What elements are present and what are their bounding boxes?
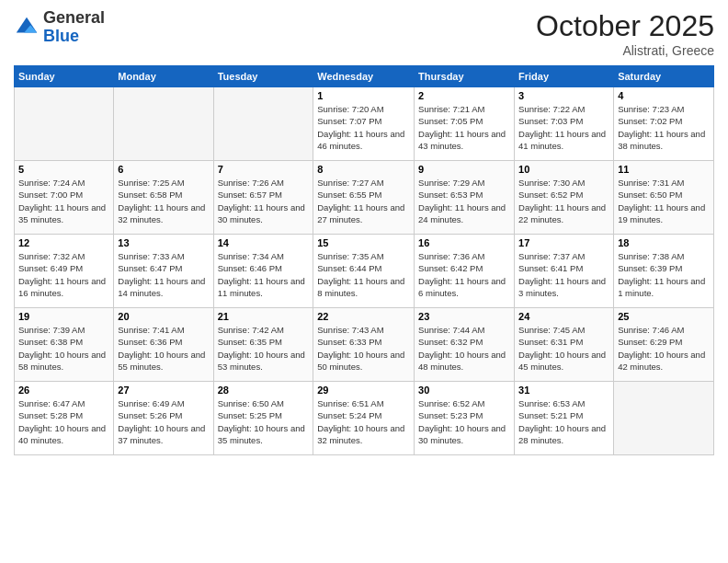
sunset-text: Sunset: 6:41 PM [518,263,583,273]
daylight-text: Daylight: 11 hours and 1 minute. [618,276,705,298]
sunrise-text: Sunrise: 7:33 AM [118,251,184,261]
sunset-text: Sunset: 6:33 PM [317,337,381,347]
daylight-text: Daylight: 11 hours and 19 minutes. [618,202,705,224]
day-number: 23 [418,311,510,322]
day-info: Sunrise: 7:37 AMSunset: 6:41 PMDaylight:… [518,250,609,299]
sunrise-text: Sunrise: 6:47 AM [18,398,85,408]
sunset-text: Sunset: 5:21 PM [518,410,583,420]
calendar-week-row: 5Sunrise: 7:24 AMSunset: 7:00 PMDaylight… [15,161,714,235]
daylight-text: Daylight: 11 hours and 3 minutes. [518,276,606,298]
sunset-text: Sunset: 7:03 PM [518,116,583,126]
day-info: Sunrise: 7:44 AMSunset: 6:32 PMDaylight:… [418,324,510,373]
sunrise-text: Sunrise: 7:42 AM [218,325,284,335]
daylight-text: Daylight: 11 hours and 41 minutes. [518,129,606,151]
daylight-text: Daylight: 11 hours and 14 minutes. [118,276,205,298]
logo-blue: Blue [43,27,79,45]
sunrise-text: Sunrise: 6:52 AM [418,398,484,408]
day-number: 13 [118,237,209,248]
daylight-text: Daylight: 11 hours and 43 minutes. [418,129,506,151]
calendar-header-row: Sunday Monday Tuesday Wednesday Thursday… [15,66,714,87]
table-row: 9Sunrise: 7:29 AMSunset: 6:53 PMDaylight… [415,161,515,235]
day-info: Sunrise: 7:46 AMSunset: 6:29 PMDaylight:… [618,324,710,373]
table-row: 21Sunrise: 7:42 AMSunset: 6:35 PMDayligh… [213,308,313,382]
sunrise-text: Sunrise: 7:22 AM [518,104,585,114]
sunset-text: Sunset: 6:50 PM [618,190,682,200]
sunrise-text: Sunrise: 7:24 AM [18,178,85,188]
day-info: Sunrise: 7:43 AMSunset: 6:33 PMDaylight:… [317,324,410,373]
sunset-text: Sunset: 6:49 PM [18,263,83,273]
sunrise-text: Sunrise: 7:30 AM [518,178,585,188]
table-row: 28Sunrise: 6:50 AMSunset: 5:25 PMDayligh… [213,382,313,455]
sunset-text: Sunset: 6:53 PM [418,190,483,200]
daylight-text: Daylight: 10 hours and 58 minutes. [18,350,106,372]
day-number: 16 [418,237,510,248]
day-info: Sunrise: 7:20 AMSunset: 7:07 PMDaylight:… [317,103,410,152]
col-tuesday: Tuesday [213,66,313,87]
day-info: Sunrise: 6:50 AMSunset: 5:25 PMDaylight:… [218,397,310,446]
table-row: 15Sunrise: 7:35 AMSunset: 6:44 PMDayligh… [313,235,415,308]
table-row: 22Sunrise: 7:43 AMSunset: 6:33 PMDayligh… [313,308,415,382]
sunset-text: Sunset: 6:47 PM [118,263,182,273]
sunrise-text: Sunrise: 7:23 AM [618,104,684,114]
day-number: 14 [218,237,310,248]
day-info: Sunrise: 7:36 AMSunset: 6:42 PMDaylight:… [418,250,510,299]
sunrise-text: Sunrise: 7:36 AM [418,251,484,261]
day-info: Sunrise: 7:21 AMSunset: 7:05 PMDaylight:… [418,103,510,152]
day-number: 1 [317,90,410,101]
header: General Blue October 2025 Alistrati, Gre… [14,9,714,58]
day-number: 17 [518,237,609,248]
calendar-week-row: 19Sunrise: 7:39 AMSunset: 6:38 PMDayligh… [15,308,714,382]
sunrise-text: Sunrise: 7:46 AM [618,325,684,335]
table-row: 20Sunrise: 7:41 AMSunset: 6:36 PMDayligh… [114,308,213,382]
day-info: Sunrise: 6:51 AMSunset: 5:24 PMDaylight:… [317,397,410,446]
daylight-text: Daylight: 11 hours and 8 minutes. [317,276,404,298]
logo-icon [14,15,40,40]
table-row: 10Sunrise: 7:30 AMSunset: 6:52 PMDayligh… [515,161,614,235]
sunrise-text: Sunrise: 7:39 AM [18,325,85,335]
daylight-text: Daylight: 10 hours and 48 minutes. [418,350,506,372]
day-info: Sunrise: 7:25 AMSunset: 6:58 PMDaylight:… [118,177,209,225]
daylight-text: Daylight: 10 hours and 28 minutes. [518,423,606,445]
daylight-text: Daylight: 11 hours and 35 minutes. [18,202,106,224]
title-block: October 2025 Alistrati, Greece [536,9,714,58]
table-row: 18Sunrise: 7:38 AMSunset: 6:39 PMDayligh… [614,235,714,308]
day-number: 27 [118,385,209,396]
table-row: 14Sunrise: 7:34 AMSunset: 6:46 PMDayligh… [213,235,313,308]
day-number: 10 [518,164,609,175]
sunset-text: Sunset: 5:26 PM [118,410,182,420]
day-number: 5 [18,164,109,175]
sunrise-text: Sunrise: 7:27 AM [317,178,383,188]
table-row: 24Sunrise: 7:45 AMSunset: 6:31 PMDayligh… [515,308,614,382]
daylight-text: Daylight: 11 hours and 46 minutes. [317,129,404,151]
col-saturday: Saturday [614,66,714,87]
day-number: 7 [218,164,310,175]
col-sunday: Sunday [15,66,114,87]
sunset-text: Sunset: 6:55 PM [317,190,381,200]
calendar-page: General Blue October 2025 Alistrati, Gre… [0,0,728,563]
sunset-text: Sunset: 5:28 PM [18,410,83,420]
day-info: Sunrise: 7:39 AMSunset: 6:38 PMDaylight:… [18,324,109,373]
table-row: 5Sunrise: 7:24 AMSunset: 7:00 PMDaylight… [15,161,114,235]
table-row: 27Sunrise: 6:49 AMSunset: 5:26 PMDayligh… [114,382,213,455]
day-info: Sunrise: 6:49 AMSunset: 5:26 PMDaylight:… [118,397,209,446]
sunset-text: Sunset: 6:46 PM [218,263,282,273]
sunset-text: Sunset: 7:07 PM [317,116,381,126]
day-info: Sunrise: 7:24 AMSunset: 7:00 PMDaylight:… [18,177,109,225]
day-number: 31 [518,385,609,396]
day-number: 11 [618,164,710,175]
day-info: Sunrise: 7:33 AMSunset: 6:47 PMDaylight:… [118,250,209,299]
daylight-text: Daylight: 11 hours and 30 minutes. [218,202,305,224]
sunrise-text: Sunrise: 7:38 AM [618,251,684,261]
sunrise-text: Sunrise: 6:49 AM [118,398,184,408]
daylight-text: Daylight: 11 hours and 32 minutes. [118,202,205,224]
logo-general: General [43,8,105,27]
sunrise-text: Sunrise: 7:29 AM [418,178,484,188]
table-row: 1Sunrise: 7:20 AMSunset: 7:07 PMDaylight… [313,87,415,161]
daylight-text: Daylight: 10 hours and 30 minutes. [418,423,506,445]
sunset-text: Sunset: 6:35 PM [218,337,282,347]
table-row: 17Sunrise: 7:37 AMSunset: 6:41 PMDayligh… [515,235,614,308]
day-number: 2 [418,90,510,101]
sunset-text: Sunset: 6:31 PM [518,337,583,347]
table-row: 12Sunrise: 7:32 AMSunset: 6:49 PMDayligh… [15,235,114,308]
daylight-text: Daylight: 11 hours and 6 minutes. [418,276,506,298]
